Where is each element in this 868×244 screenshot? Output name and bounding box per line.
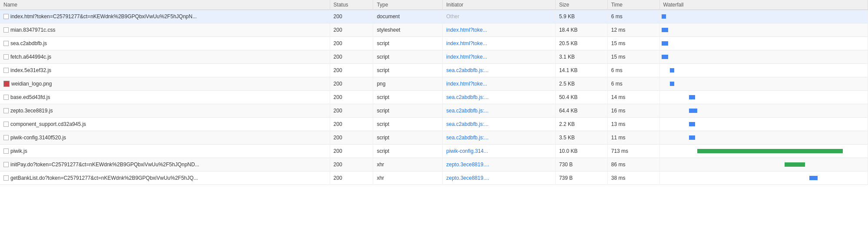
file-name[interactable]: component_support.cd32a945.js — [10, 119, 86, 129]
file-page-icon — [3, 54, 9, 59]
cell-waterfall — [659, 10, 868, 23]
cell-status: 200 — [330, 158, 373, 171]
cell-size: 10.0 KB — [555, 145, 607, 158]
waterfall-bar — [662, 55, 668, 59]
cell-initiator[interactable]: zepto.3ece8819.... — [443, 158, 556, 171]
table-row: initPay.do?token=C25791277&ct=nKEWdnk%2B… — [0, 158, 868, 171]
table-row: weidian_logo.png200pngindex.html?toke...… — [0, 77, 868, 91]
waterfall-bar — [809, 176, 818, 180]
cell-type: script — [373, 91, 443, 104]
cell-size: 20.5 KB — [555, 37, 607, 50]
cell-time: 14 ms — [607, 91, 659, 104]
cell-waterfall — [659, 91, 868, 104]
file-name[interactable]: weidian_logo.png — [11, 79, 52, 89]
cell-status: 200 — [330, 131, 373, 145]
cell-type: script — [373, 50, 443, 64]
table-row: index.html?token=C25791277&ct=nKEWdnk%2B… — [0, 10, 868, 23]
cell-waterfall — [659, 37, 868, 50]
cell-time: 6 ms — [607, 10, 659, 23]
cell-time: 38 ms — [607, 171, 659, 185]
file-name[interactable]: mian.8347971c.css — [10, 25, 55, 35]
table-row: component_support.cd32a945.js200scriptse… — [0, 118, 868, 131]
cell-name: weidian_logo.png — [0, 77, 330, 91]
cell-status: 200 — [330, 77, 373, 91]
cell-time: 11 ms — [607, 131, 659, 145]
table-row: sea.c2abdbfb.js200scriptindex.html?toke.… — [0, 37, 868, 50]
file-name[interactable]: piwik.js — [10, 146, 27, 156]
cell-size: 739 B — [555, 171, 607, 185]
cell-type: script — [373, 104, 443, 118]
cell-name: initPay.do?token=C25791277&ct=nKEWdnk%2B… — [0, 158, 330, 171]
cell-size: 64.4 KB — [555, 104, 607, 118]
cell-initiator[interactable]: index.html?toke... — [443, 23, 556, 37]
cell-name: mian.8347971c.css — [0, 23, 330, 37]
cell-type: xhr — [373, 171, 443, 185]
file-name[interactable]: piwik-config.3140f520.js — [10, 133, 66, 142]
file-page-icon — [3, 95, 9, 100]
file-page-icon — [3, 108, 9, 113]
cell-status: 200 — [330, 50, 373, 64]
col-header-waterfall: Waterfall — [659, 0, 868, 10]
file-page-icon — [3, 27, 9, 33]
cell-size: 2.5 KB — [555, 77, 607, 91]
cell-status: 200 — [330, 64, 373, 77]
file-page-icon — [3, 68, 9, 73]
file-page-icon — [3, 162, 9, 167]
cell-initiator[interactable]: sea.c2abdbfb.js:... — [443, 91, 556, 104]
file-page-icon — [3, 148, 9, 154]
cell-status: 200 — [330, 171, 373, 185]
cell-size: 5.9 KB — [555, 10, 607, 23]
col-header-status: Status — [330, 0, 373, 10]
file-name[interactable]: getBankList.do?token=C25791277&ct=nKEWdn… — [10, 173, 198, 183]
file-name[interactable]: initPay.do?token=C25791277&ct=nKEWdnk%2B… — [10, 160, 199, 169]
cell-type: png — [373, 77, 443, 91]
cell-waterfall — [659, 145, 868, 158]
cell-waterfall — [659, 171, 868, 185]
cell-name: piwik.js — [0, 145, 330, 158]
waterfall-bar — [785, 162, 805, 167]
cell-initiator[interactable]: sea.c2abdbfb.js:... — [443, 131, 556, 145]
waterfall-bar — [662, 41, 668, 46]
file-name[interactable]: index.html?token=C25791277&ct=nKEWdnk%2B… — [10, 12, 197, 21]
cell-initiator: Other — [443, 10, 556, 23]
cell-initiator[interactable]: sea.c2abdbfb.js:... — [443, 64, 556, 77]
cell-name: index.html?token=C25791277&ct=nKEWdnk%2B… — [0, 10, 330, 23]
cell-type: xhr — [373, 158, 443, 171]
col-header-initiator: Initiator — [443, 0, 556, 10]
cell-initiator[interactable]: sea.c2abdbfb.js:... — [443, 104, 556, 118]
cell-initiator[interactable]: piwik-config.314... — [443, 145, 556, 158]
table-row: piwik.js200scriptpiwik-config.314...10.0… — [0, 145, 868, 158]
col-header-type: Type — [373, 0, 443, 10]
cell-time: 6 ms — [607, 77, 659, 91]
cell-status: 200 — [330, 37, 373, 50]
col-header-size: Size — [555, 0, 607, 10]
cell-initiator[interactable]: sea.c2abdbfb.js:... — [443, 118, 556, 131]
cell-time: 16 ms — [607, 104, 659, 118]
cell-type: script — [373, 37, 443, 50]
cell-initiator[interactable]: index.html?toke... — [443, 37, 556, 50]
col-header-name: Name — [0, 0, 330, 10]
cell-type: stylesheet — [373, 23, 443, 37]
cell-waterfall — [659, 50, 868, 64]
cell-time: 15 ms — [607, 37, 659, 50]
cell-name: base.ed5d43fd.js — [0, 91, 330, 104]
table-row: getBankList.do?token=C25791277&ct=nKEWdn… — [0, 171, 868, 185]
file-name[interactable]: zepto.3ece8819.js — [10, 106, 53, 115]
waterfall-bar — [689, 109, 697, 113]
file-name[interactable]: fetch.a644994c.js — [10, 52, 51, 62]
cell-initiator[interactable]: zepto.3ece8819.... — [443, 171, 556, 185]
cell-size: 14.1 KB — [555, 64, 607, 77]
cell-size: 18.4 KB — [555, 23, 607, 37]
cell-name: piwik-config.3140f520.js — [0, 131, 330, 145]
cell-initiator[interactable]: index.html?toke... — [443, 50, 556, 64]
file-name[interactable]: sea.c2abdbfb.js — [10, 39, 47, 48]
file-name[interactable]: index.5e31ef32.js — [10, 66, 51, 75]
cell-waterfall — [659, 131, 868, 145]
cell-waterfall — [659, 104, 868, 118]
cell-type: script — [373, 145, 443, 158]
cell-type: document — [373, 10, 443, 23]
waterfall-bar — [662, 28, 668, 32]
file-name[interactable]: base.ed5d43fd.js — [10, 92, 50, 102]
cell-time: 6 ms — [607, 64, 659, 77]
cell-initiator[interactable]: index.html?toke... — [443, 77, 556, 91]
